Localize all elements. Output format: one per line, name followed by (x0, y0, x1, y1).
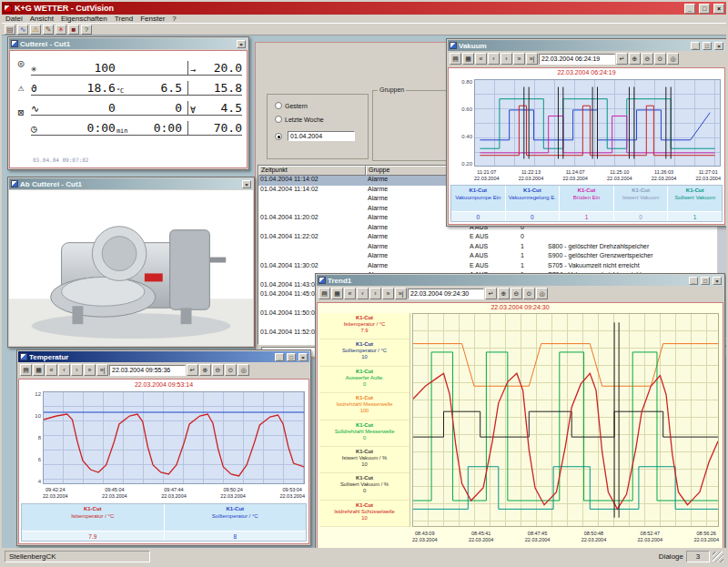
legend-entry[interactable]: K1-CutVakuumregelung E.0 (506, 186, 560, 221)
minimize-button[interactable]: _ (684, 4, 695, 14)
nav-next-button[interactable]: › (500, 53, 512, 65)
trend-mode-button[interactable]: ▦ (462, 53, 474, 65)
maximize-button[interactable]: □ (699, 4, 710, 14)
legend-entry[interactable]: K1-CutSollwert Vakuum1 (668, 186, 722, 221)
radio-gestern[interactable]: Gestern (275, 102, 308, 109)
legend-entry[interactable]: K1-CutSolltemperatur / °C10 (319, 339, 410, 366)
table-row[interactable]: AlarmeA AUS1S900 - gelöschter Grenzwerts… (258, 252, 716, 262)
zoom-fit-button[interactable]: ⊙ (523, 288, 535, 299)
nav-forward-button[interactable]: » (513, 53, 525, 65)
minimize-icon[interactable]: _ (691, 42, 700, 50)
table-row[interactable]: 01.04.2004 11:22:02AlarmeE AUS0 (258, 233, 716, 243)
radio-datum[interactable] (275, 133, 285, 140)
zoom-fit-button[interactable]: ⊙ (654, 53, 666, 65)
photo-titlebar[interactable]: Ab Cutterei - Cut1 × (9, 178, 253, 189)
apply-date-button[interactable]: ↵ (616, 53, 628, 65)
nav-prev-button[interactable]: ‹ (58, 364, 70, 376)
close-button[interactable]: × (713, 4, 724, 14)
nav-first-button[interactable]: « (475, 53, 487, 65)
legend-entry[interactable]: K1-CutIstdrehzahl Messerwelle100 (319, 393, 410, 420)
menu-eigenschaften[interactable]: Eigenschaften (61, 15, 107, 23)
radio-letzte-woche[interactable]: Letzte Woche (275, 116, 324, 123)
cutterei-titlebar[interactable]: Cutterei - Cut1 × (9, 38, 248, 49)
zoom-out-button[interactable]: ⊖ (642, 53, 653, 65)
close-icon[interactable]: × (713, 277, 722, 285)
properties-icon[interactable]: ✎ (43, 25, 54, 35)
menu-fenster[interactable]: Fenster (140, 15, 165, 23)
legend-entry[interactable]: K1-CutSolldrehzahl Messerwelle0 (319, 420, 410, 447)
stop-icon[interactable]: ■ (68, 25, 79, 35)
trend-print-button[interactable]: ▤ (450, 53, 461, 65)
radio-icon[interactable] (275, 102, 282, 109)
legend-entry[interactable]: K1-CutBrüden Ein1 (560, 186, 613, 221)
legend-entry[interactable]: K1-CutIsttemperatur / °C7.9 (319, 313, 410, 339)
zoom-in-button[interactable]: ⊕ (498, 288, 510, 299)
trend-date-input[interactable] (539, 54, 615, 65)
table-row[interactable]: AlarmeA AUS1S800 - gelöschter Drehzahlsp… (258, 243, 716, 253)
menu-ansicht[interactable]: Ansicht (30, 15, 54, 23)
radio-icon[interactable] (275, 133, 282, 140)
temperatur-titlebar[interactable]: Temperatur _ □ × (18, 351, 309, 362)
nav-prev-button[interactable]: ‹ (357, 288, 369, 299)
nav-next-button[interactable]: › (369, 288, 381, 299)
nav-last-button[interactable]: »| (395, 288, 407, 299)
legend-entry[interactable]: K1-CutSollwert Vakuum / %0 (319, 473, 410, 500)
minimize-icon[interactable]: _ (275, 353, 284, 361)
table-row[interactable]: 01.04.2004 11:30:02AlarmeE AUS1S705 - Va… (258, 262, 716, 272)
close-icon[interactable]: × (242, 180, 251, 188)
nav-first-button[interactable]: « (46, 364, 57, 376)
nav-prev-button[interactable]: ‹ (488, 53, 500, 65)
menu-datei[interactable]: Datei (5, 15, 23, 23)
vakuum-plot[interactable] (474, 79, 721, 167)
trend-mode-button[interactable]: ▦ (331, 288, 343, 299)
trend-date-input[interactable] (109, 365, 186, 376)
help-icon[interactable]: ? (81, 25, 92, 35)
zoom-in-button[interactable]: ⊕ (199, 364, 211, 376)
trend-print-button[interactable]: ▤ (318, 288, 330, 299)
app-titlebar[interactable]: K+G WETTER - CutVision _ □ × (2, 2, 726, 15)
nav-forward-button[interactable]: » (84, 364, 96, 376)
legend-entry[interactable]: K1-CutVakuumpumpe Ein0 (451, 186, 505, 221)
nav-last-button[interactable]: »| (526, 53, 538, 65)
print-icon[interactable]: ▤ (5, 25, 15, 35)
legend-entry[interactable]: K1-CutSolltemperatur / °C8 (165, 504, 307, 541)
radio-icon[interactable] (275, 116, 282, 123)
maximize-icon[interactable]: □ (703, 42, 712, 50)
temperatur-plot[interactable] (43, 391, 305, 484)
trend1-plot[interactable] (412, 313, 719, 527)
zoom-reset-button[interactable]: ◎ (536, 288, 548, 299)
maximize-icon[interactable]: □ (287, 353, 296, 361)
minimize-icon[interactable]: _ (689, 277, 698, 285)
nav-next-button[interactable]: › (71, 364, 83, 376)
zoom-fit-button[interactable]: ⊙ (225, 364, 237, 376)
nav-last-button[interactable]: »| (96, 364, 108, 376)
trend-mode-button[interactable]: ▦ (33, 364, 45, 376)
trend-date-input[interactable] (408, 289, 484, 299)
menu-help[interactable]: ? (172, 15, 176, 23)
trend-icon[interactable]: ∿ (17, 25, 28, 35)
nav-first-button[interactable]: « (344, 288, 356, 299)
zoom-reset-button[interactable]: ◎ (238, 364, 249, 376)
cutter-view-icon[interactable]: ✳ (56, 25, 66, 35)
nav-forward-button[interactable]: » (382, 288, 394, 299)
zoom-out-button[interactable]: ⊖ (511, 288, 522, 299)
zoom-in-button[interactable]: ⊕ (629, 53, 641, 65)
apply-date-button[interactable]: ↵ (187, 364, 198, 376)
resize-grip[interactable] (713, 552, 723, 562)
maximize-icon[interactable]: □ (701, 277, 710, 285)
legend-entry[interactable]: K1-CutIstdrehzahl Schüsselwelle10 (319, 501, 410, 527)
legend-entry[interactable]: K1-CutIstwert Vakuum / %10 (319, 447, 410, 473)
legend-entry[interactable]: K1-CutIsttemperatur / °C7.9 (22, 504, 164, 541)
vakuum-titlebar[interactable]: Vakuum _ □ × (448, 40, 725, 51)
close-icon[interactable]: × (237, 40, 246, 48)
date-filter-input[interactable] (288, 131, 355, 141)
apply-date-button[interactable]: ↵ (485, 288, 497, 299)
close-icon[interactable]: × (298, 353, 308, 361)
zoom-out-button[interactable]: ⊖ (212, 364, 224, 376)
legend-entry[interactable]: K1-CutIstwert Vakuum0 (614, 186, 668, 221)
alarm-list-icon[interactable]: ⚠ (30, 25, 41, 35)
trend1-titlebar[interactable]: Trend1 _ □ × (317, 275, 723, 286)
trend-print-button[interactable]: ▤ (20, 364, 32, 376)
column-header-zeitpunkt[interactable]: Zeitpunkt (258, 166, 366, 176)
legend-entry[interactable]: K1-CutAuswerfer Aufw.0 (319, 367, 410, 393)
